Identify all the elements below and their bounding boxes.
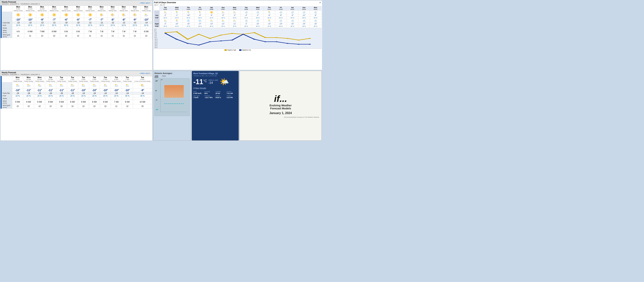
overview-night-temp: -4° [240, 23, 252, 25]
y-axis-label: -12°C [154, 40, 160, 42]
pop-cell: 10 % [140, 24, 152, 27]
wind-cell: 10 SW [133, 100, 152, 104]
temp-cell: -9° [133, 88, 152, 92]
pop-cell: 10 % [36, 24, 48, 27]
pop-cell: 20 % [48, 24, 60, 27]
hour-header: Mon9 pmPartly cloudy [12, 76, 23, 82]
weather-icon-cell: ☀️ [84, 12, 96, 18]
visibility-detail: Visibility 26 km [216, 91, 226, 94]
pop-cell: 10 % [24, 24, 36, 27]
overview-day-header: Wed01/03 [171, 6, 182, 10]
temp-cell: -9° [129, 18, 140, 21]
top-hourly-nav[interactable]: ‹ PREV NEXT › [140, 2, 151, 4]
overview-pop-day: 10 % [206, 16, 217, 19]
pop-cell: 20 % [67, 95, 78, 97]
temp-cell: -10° [111, 88, 122, 92]
overview-day-temp: -11° [298, 14, 310, 16]
snow-cell: - [48, 27, 60, 29]
temp-cell: -10° [140, 18, 152, 21]
feels-like-cell: -13 [24, 21, 36, 24]
pop-cell: 20 % [60, 24, 72, 27]
overview-row-label [154, 10, 160, 14]
gust-cell: 12 [60, 34, 72, 38]
overview-panel: Full 14 Days Overview Jan 2 - Jan 15 ✕ T… [153, 0, 322, 70]
temp-cell: -10° [12, 18, 24, 21]
overview-day-temp: -1° [171, 14, 182, 16]
overview-night-temp: -12° [217, 23, 229, 25]
overview-day-header: Mon01/08 [229, 6, 240, 10]
pop-cell: 10 % [12, 95, 23, 97]
snow-cell: - [56, 97, 67, 100]
overview-night-temp: -13° [206, 23, 217, 25]
current-updated: Updated on Mon, Jan 1 at 8:47 AM [193, 75, 237, 77]
wind-cell: 6 NW [24, 29, 36, 34]
overview-day-header: Thu01/11 [264, 6, 275, 10]
pop-cell: 30 % [122, 95, 133, 97]
overview-day-label: Day [154, 14, 160, 16]
overview-pop-day: 60 % [275, 16, 286, 19]
hour-header: Mon5 pmMainly clear [107, 6, 118, 12]
pop-cell: 30 % [133, 95, 152, 97]
bottom-hourly-table: Mon9 pmPartly cloudyMon10 pmPartly cloud… [2, 76, 152, 109]
snow-cell: - [84, 27, 96, 29]
hour-header: Mon2 pmMainly sunny [72, 6, 84, 12]
overview-day-temp: -4° [240, 14, 252, 16]
weather-icon-cell: 🌤️ [96, 12, 107, 18]
feels-like-cell: -13 [12, 21, 24, 24]
humidity-label: Humidity [204, 91, 215, 92]
wind-cell: 6 N [12, 29, 24, 34]
bottom-hourly-nav[interactable]: ‹ PREV NEXT › [140, 72, 151, 74]
sunrise-detail: Sunrise 7:41 AM [226, 91, 237, 94]
svg-point-16 [186, 43, 189, 44]
overview-pop-night: 10 % [182, 25, 194, 27]
hour-header: Mon3 pmMainly sunny [84, 6, 96, 12]
overview-pop-day: 60 % [287, 16, 298, 19]
month-jan[interactable]: JAN [154, 75, 158, 78]
bottom-hourly-subtitle: MONDAY, JANUARY 1 - THURSDAY, JANUARY 4 [2, 74, 40, 75]
temperature-chart: 2°C0°C-2°C-4°C-6°C-8°C-10°C-12°C-14°C-16… [154, 28, 322, 49]
weather-icon-cell: ☀️ [60, 12, 72, 18]
pop-cell: 20 % [78, 95, 89, 97]
hour-header: Mon9 amMainly sunny [12, 6, 24, 12]
pop-cell: 20 % [56, 95, 67, 97]
overview-night-icon: 🌧️ [275, 19, 286, 23]
overview-day-icon: 🌦️ [182, 10, 194, 14]
pop-cell: 10 % [107, 24, 118, 27]
hour-header: Tue6 amPartly cloudy [111, 76, 122, 82]
overview-day-icon: 🌥️ [229, 10, 240, 14]
svg-point-0 [164, 32, 167, 33]
if-tagline: Evolving Weather Forecast Models [270, 104, 292, 110]
overview-night-temp: -16° [298, 23, 310, 25]
temp-25: 25° [160, 79, 163, 81]
close-button[interactable]: ✕ [319, 1, 321, 4]
overview-day-temp: -9° [287, 14, 298, 16]
bottom-hourly-section: Hourly Forecast MONDAY, JANUARY 1 - THUR… [0, 71, 152, 141]
overview-day-icon: 🌧️ [252, 10, 264, 14]
snow-cell: - [12, 97, 23, 100]
bottom-hourly-wrapper: Mon9 pmPartly cloudyMon10 pmPartly cloud… [0, 76, 152, 109]
overview-day-icon: 🌧️ [287, 10, 298, 14]
gust-cell: 12 [67, 104, 78, 108]
snow-cell: - [45, 97, 56, 100]
current-condition: A few clouds [193, 87, 237, 90]
weather-icon-cell: ☀️ [48, 12, 60, 18]
y-axis-label: -4°C [154, 33, 160, 35]
temp-cell: -11° [34, 88, 45, 92]
overview-day-header: Sat01/13 [287, 6, 298, 10]
overview-day-header: Thu01/04 [182, 6, 194, 10]
overview-night-temp: -10° [171, 23, 182, 25]
overview-pop-day: 60 % [298, 16, 310, 19]
overview-day-header: Mon01/15 [310, 6, 321, 10]
feels-like-cell: -14 [111, 92, 122, 95]
bottom-hourly-header: Hourly Forecast MONDAY, JANUARY 1 - THUR… [0, 71, 152, 76]
month-feb[interactable]: FEB [162, 75, 166, 78]
weather-icon-cell: 🌥️ [34, 82, 45, 88]
overview-day-header: Sun01/14 [298, 6, 310, 10]
overview-pop-day: 20 % [240, 16, 252, 19]
gust-cell: 12 [36, 34, 48, 38]
main-container: Hourly Forecast MONDAY, JANUARY 1 - THUR… [0, 0, 322, 141]
overview-day-temp: -4° [194, 14, 206, 16]
overview-pop-night: 30 % [206, 25, 217, 27]
temp-cell: -10° [122, 88, 133, 92]
svg-point-12 [298, 40, 300, 40]
